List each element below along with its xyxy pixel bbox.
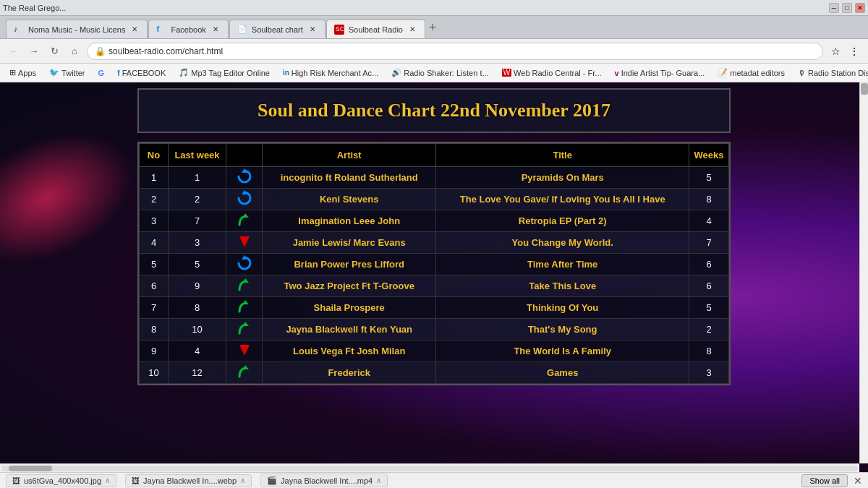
bookmark-indie[interactable]: v Indie Artist Tip- Guara... (611, 67, 709, 79)
bookmark-metadat-label: metadat editors (730, 69, 785, 77)
bookmark-apps[interactable]: ⊞ Apps (6, 67, 40, 79)
cell-weeks: 6 (689, 275, 729, 297)
tab-close-fb[interactable]: ✕ (210, 25, 221, 35)
dl-progress-2: ∧ (240, 476, 245, 484)
home-button[interactable]: ⌂ (67, 43, 82, 59)
download-item-2[interactable]: 🖼 Jayna Blackwell In....webp ∧ (125, 474, 252, 487)
cell-arrow (226, 297, 263, 319)
cell-weeks: 5 (689, 167, 729, 189)
cell-title: Time After Time (436, 254, 689, 275)
bookmark-webradio[interactable]: W Web Radio Central - Fr... (498, 67, 605, 79)
tab-close-radio[interactable]: ✕ (407, 25, 417, 35)
cell-arrow (226, 210, 263, 232)
cell-title: You Change My World. (436, 232, 689, 254)
tab-label-radio: Soulbeat Radio (349, 25, 403, 34)
cell-last-week: 7 (169, 210, 226, 232)
address-bar: ← → ↻ ⌂ 🔒 soulbeat-radio.com/chart.html … (0, 39, 868, 64)
dl-label-1: us6tGva_400x400.jpg (24, 476, 101, 485)
cell-no: 3 (140, 210, 169, 232)
chart-table: No Last week Artist Title Weeks 1 1 inco… (137, 142, 731, 385)
cell-last-week: 10 (169, 319, 226, 341)
bookmark-apps-label: Apps (18, 69, 36, 77)
dl-label-3: Jayna Blackwell Int....mp4 (281, 476, 373, 485)
table-row: 3 7 Imagination Leee John Retropia EP (P… (140, 210, 729, 232)
reload-button[interactable]: ↻ (46, 43, 62, 59)
col-weeks: Weeks (689, 144, 729, 167)
cell-weeks: 2 (689, 319, 729, 341)
address-text: soulbeat-radio.com/chart.html (109, 46, 223, 56)
bookmark-radiostation-label: Radio Station Distributi... (808, 69, 868, 77)
bookmark-google[interactable]: G (94, 67, 108, 79)
cell-last-week: 1 (169, 167, 226, 189)
show-all-button[interactable]: Show all (801, 474, 848, 487)
bookmark-twitter-label: Twitter (61, 69, 85, 77)
title-bar-text: The Real Grego... (3, 4, 66, 12)
svg-marker-3 (239, 236, 250, 247)
table-row: 5 5 Brian Power Pres Lifford Time After … (140, 254, 729, 275)
cell-weeks: 7 (689, 232, 729, 254)
scrollbar-horizontal[interactable] (0, 463, 859, 472)
table-row: 10 12 Frederick Games 3 (140, 362, 729, 384)
bookmark-facebook-label: FACEBOOK (122, 69, 166, 77)
back-button[interactable]: ← (6, 43, 22, 59)
bookmark-indie-label: Indie Artist Tip- Guara... (621, 69, 705, 77)
cell-artist: incognito ft Roland Sutherland (263, 167, 436, 189)
table-row: 8 10 Jayna Blackwell ft Ken Yuan That's … (140, 319, 729, 341)
cell-artist: Imagination Leee John (263, 210, 436, 232)
tab-close-chart[interactable]: ✕ (307, 25, 318, 35)
cell-no: 9 (140, 341, 169, 362)
tab-soulbeat-radio[interactable]: SC Soulbeat Radio ✕ (326, 20, 425, 38)
bookmark-radiostation[interactable]: 🎙 Radio Station Distributi... (794, 67, 868, 79)
bookmark-metadat[interactable]: 📝 metadat editors (714, 67, 788, 79)
cell-artist: Frederick (263, 362, 436, 384)
svg-marker-8 (239, 345, 250, 356)
browser-chrome: The Real Grego... ─ □ ✕ ♪ Noma Music - M… (0, 0, 868, 488)
scrollbar-vertical[interactable] (859, 82, 868, 463)
downloads-close-icon[interactable]: ✕ (854, 475, 862, 487)
cell-last-week: 8 (169, 297, 226, 319)
bookmark-facebook[interactable]: f FACEBOOK (114, 67, 169, 79)
cell-weeks: 4 (689, 210, 729, 232)
dl-icon-2: 🖼 (132, 476, 140, 485)
scrollbar-thumb-vertical[interactable] (861, 83, 868, 95)
cell-title: Games (436, 362, 689, 384)
tab-facebook[interactable]: f Facebook ✕ (148, 20, 228, 38)
tab-noma-music[interactable]: ♪ Noma Music - Music Licens ✕ (6, 20, 148, 38)
cell-artist: Jayna Blackwell ft Ken Yuan (263, 319, 436, 341)
bookmark-mp3tag[interactable]: 🎵 Mp3 Tag Editor Online (175, 67, 273, 79)
cell-no: 7 (140, 297, 169, 319)
tab-soulbeat-chart[interactable]: 📄 Soulbeat chart ✕ (229, 20, 326, 38)
download-item-1[interactable]: 🖼 us6tGva_400x400.jpg ∧ (6, 474, 116, 487)
webradio-icon: W (502, 69, 511, 77)
dl-icon-3: 🎬 (267, 476, 277, 485)
cell-no: 1 (140, 167, 169, 189)
bookmark-highrisk[interactable]: in High Risk Merchant Ac... (279, 67, 382, 79)
download-item-3[interactable]: 🎬 Jayna Blackwell Int....mp4 ∧ (260, 474, 388, 487)
maximize-button[interactable]: □ (842, 3, 852, 13)
downloads-area: 🖼 us6tGva_400x400.jpg ∧ 🖼 Jayna Blackwel… (6, 474, 388, 487)
cell-last-week: 12 (169, 362, 226, 384)
minimize-button[interactable]: ─ (829, 3, 839, 13)
chart-title-box: Soul and Dance Chart 22nd November 2017 (137, 88, 731, 133)
cell-artist: Louis Vega Ft Josh Milan (263, 341, 436, 362)
chrome-menu-icon[interactable]: ⋮ (846, 43, 862, 59)
tab-favicon-fb: f (156, 25, 166, 35)
bookmark-twitter[interactable]: 🐦 Twitter (46, 67, 88, 79)
cell-weeks: 3 (689, 362, 729, 384)
cell-artist: Shaila Prospere (263, 297, 436, 319)
downloads-right: Show all ✕ (801, 474, 862, 487)
tab-close-noma[interactable]: ✕ (129, 25, 140, 35)
forward-button[interactable]: → (26, 43, 42, 59)
table-row: 6 9 Two Jazz Project Ft T-Groove Take Th… (140, 275, 729, 297)
close-button[interactable]: ✕ (855, 3, 865, 13)
address-input[interactable]: 🔒 soulbeat-radio.com/chart.html (87, 43, 823, 60)
cell-artist: Jamie Lewis/ Marc Evans (263, 232, 436, 254)
dl-progress-3: ∧ (376, 476, 381, 484)
cell-last-week: 9 (169, 275, 226, 297)
bookmark-radioshaker[interactable]: 🔊 Radio Shaker: Listen t... (388, 67, 492, 79)
dl-progress-1: ∧ (105, 476, 110, 484)
bookmark-star-icon[interactable]: ☆ (827, 43, 843, 59)
cell-last-week: 3 (169, 232, 226, 254)
new-tab-button[interactable]: + (429, 20, 437, 38)
scrollbar-thumb-h[interactable] (9, 466, 52, 471)
